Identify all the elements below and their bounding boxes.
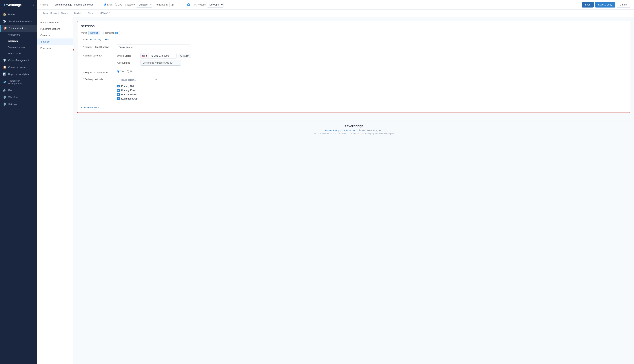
sidebar-item-reports-analytics[interactable]: 📊 Reports + Analytics: [0, 70, 37, 78]
right-content: SETTINGS View: Default | Condition 0 Vie…: [73, 17, 634, 364]
footer-links: Privacy Policy | Terms of Use | © 2024 E…: [81, 129, 627, 132]
primary-mobile-checkbox-label[interactable]: Primary Mobile: [117, 93, 626, 96]
privacy-policy-link[interactable]: Privacy Policy: [325, 129, 339, 132]
sidebar-item-ita[interactable]: 🔗 ITA: [0, 87, 37, 94]
contacts-assets-icon: 📋: [3, 66, 7, 69]
sidebar-item-label: Situational Awareness: [8, 20, 32, 23]
sidebar-item-incidents[interactable]: Incidents: [0, 38, 37, 44]
sidebar-item-settings[interactable]: ⚙️ Settings: [0, 100, 37, 108]
save-copy-button[interactable]: Save & Copy: [595, 2, 615, 8]
delivery-methods-label: * Delivery methods:: [83, 77, 114, 81]
ita-process-select[interactable]: Dev Ops: [207, 2, 223, 8]
save-button[interactable]: Save: [582, 2, 594, 8]
primary-mobile-label: Primary Mobile: [121, 93, 137, 96]
sidebar-item-snapcomms[interactable]: SnapComms: [0, 50, 37, 57]
primary-email-checkbox[interactable]: [117, 89, 120, 92]
us-country-label: United States: [117, 54, 139, 57]
cancel-button[interactable]: Cancel: [617, 2, 630, 8]
view-label: View:: [81, 32, 87, 34]
numeric-sms-input[interactable]: [141, 60, 181, 66]
left-menu-contacts[interactable]: Contacts: [37, 32, 73, 38]
sidebar-item-label: Home: [8, 13, 15, 16]
us-caller-row: United States 🇺🇸 ▾ <Default>: [117, 53, 626, 58]
live-radio-label[interactable]: Live: [115, 3, 122, 6]
sidebar-collapse-button[interactable]: «: [33, 4, 34, 6]
sidebar-item-label: Contacts + Assets: [8, 66, 27, 68]
sidebar-item-communications-sub[interactable]: Communications: [0, 44, 37, 50]
sidebar-item-travel-risk[interactable]: ✈️ Travel Risk Management: [0, 78, 37, 87]
left-menu-permissions[interactable]: Permissions: [37, 45, 73, 51]
top-bar: * Name Draft Live Category Outages Templ…: [37, 0, 634, 10]
crisis-management-icon: 🛡️: [3, 58, 7, 62]
sidebar-item-contacts-assets[interactable]: 📋 Contacts + Assets: [0, 64, 37, 70]
left-menu-form-message[interactable]: Form & Message: [37, 19, 73, 26]
sidebar: ✦everbridge « 🏠 Home 📡 Situational Aware…: [0, 0, 37, 364]
sidebar-item-label: Settings: [8, 103, 17, 106]
left-menu-publishing-options[interactable]: Publishing Options: [37, 26, 73, 32]
sender-email-row: * Sender E-Mail Display:: [81, 44, 626, 50]
edit-tab[interactable]: Edit: [105, 38, 109, 41]
sidebar-item-home[interactable]: 🏠 Home: [0, 11, 37, 18]
us-flag-icon: 🇺🇸: [142, 54, 145, 57]
tab-manage[interactable]: MANAGE: [97, 10, 113, 17]
sidebar-item-situational-awareness[interactable]: 📡 Situational Awareness: [0, 18, 37, 25]
settings-title: SETTINGS: [81, 25, 626, 28]
terms-of-use-link[interactable]: Terms of Use: [343, 129, 356, 132]
no-radio-label[interactable]: No: [127, 70, 133, 73]
sidebar-item-crisis-management[interactable]: 🛡️ Crisis Management: [0, 57, 37, 64]
left-menu: Form & Message Publishing Options Contac…: [37, 17, 73, 364]
view-tab-default[interactable]: Default: [88, 30, 100, 35]
no-radio[interactable]: [127, 70, 129, 72]
view-tabs: View: Default | Condition 0: [81, 30, 626, 35]
primary-sms-label: Primary SMS: [121, 85, 135, 88]
condition-badge[interactable]: Condition 0: [104, 31, 120, 35]
template-id-field-group: Template ID: [155, 2, 184, 7]
request-confirm-label: * Request Confirmation:: [83, 70, 114, 74]
draft-radio-label[interactable]: Draft: [104, 3, 112, 6]
primary-sms-checkbox-label[interactable]: Primary SMS: [117, 85, 626, 88]
footer: ✦everbridge Privacy Policy | Terms of Us…: [77, 120, 630, 138]
sender-email-label: * Sender E-Mail Display:: [83, 44, 114, 48]
tab-update[interactable]: Update: [71, 10, 85, 17]
page-body: Form & Message Publishing Options Contac…: [37, 17, 634, 364]
delivery-methods-value: Please select... Primary SMS Primary Ema…: [117, 77, 626, 100]
sidebar-item-communications[interactable]: 📢 Communications: [0, 25, 37, 32]
more-options[interactable]: › > More options: [81, 103, 626, 109]
ita-process-info-icon: i: [187, 3, 190, 6]
sender-caller-label: * Sender caller ID:: [83, 53, 114, 57]
top-bar-actions: Save Save & Copy Cancel: [582, 2, 630, 8]
delivery-methods-row: * Delivery methods: Please select... Pri…: [81, 77, 626, 100]
phone-number-input[interactable]: [149, 53, 176, 58]
ita-process-label: ITA Process: [193, 3, 206, 6]
yes-radio-label[interactable]: Yes: [117, 70, 124, 73]
left-menu-settings[interactable]: Settings: [37, 38, 73, 45]
settings-panel: SETTINGS View: Default | Condition 0 Vie…: [77, 21, 630, 113]
copyright-text: © 2024 Everbridge, Inc.: [359, 129, 382, 132]
primary-email-checkbox-label[interactable]: Primary Email: [117, 89, 626, 92]
draft-radio[interactable]: [104, 4, 106, 6]
delivery-select[interactable]: Please select...: [117, 77, 157, 83]
read-only-tab[interactable]: Read-only: [90, 38, 101, 41]
main-content: * Name Draft Live Category Outages Templ…: [37, 0, 634, 364]
everbridge-app-checkbox-label[interactable]: Everbridge App: [117, 97, 626, 100]
name-input[interactable]: [50, 2, 101, 7]
template-id-input[interactable]: [169, 2, 184, 7]
sender-email-input[interactable]: [117, 44, 190, 50]
sidebar-navigation: 🏠 Home 📡 Situational Awareness 📢 Communi…: [0, 9, 37, 364]
settings-panel-wrapper: SETTINGS View: Default | Condition 0 Vie…: [77, 21, 630, 113]
primary-mobile-checkbox[interactable]: [117, 93, 120, 96]
flag-button[interactable]: 🇺🇸 ▾: [141, 53, 149, 58]
sidebar-item-workflow[interactable]: ⚙️ Workflow: [0, 94, 37, 100]
yes-radio[interactable]: [117, 70, 119, 72]
tab-new-updated-closed[interactable]: New | Updated | Closed: [40, 10, 71, 17]
ita-process-field-group: ITA Process Dev Ops: [193, 2, 223, 8]
live-radio[interactable]: [115, 4, 117, 6]
tab-close[interactable]: Close: [85, 10, 97, 17]
main-tabs: New | Updated | Closed Update Close MANA…: [37, 10, 634, 17]
category-select[interactable]: Outages: [136, 2, 152, 8]
sidebar-item-notifications[interactable]: Notifications: [0, 32, 37, 38]
sidebar-item-label: SnapComms: [8, 52, 21, 55]
primary-sms-checkbox[interactable]: [117, 85, 120, 88]
everbridge-app-checkbox[interactable]: [117, 97, 120, 100]
arrow-annotation: [73, 35, 77, 57]
